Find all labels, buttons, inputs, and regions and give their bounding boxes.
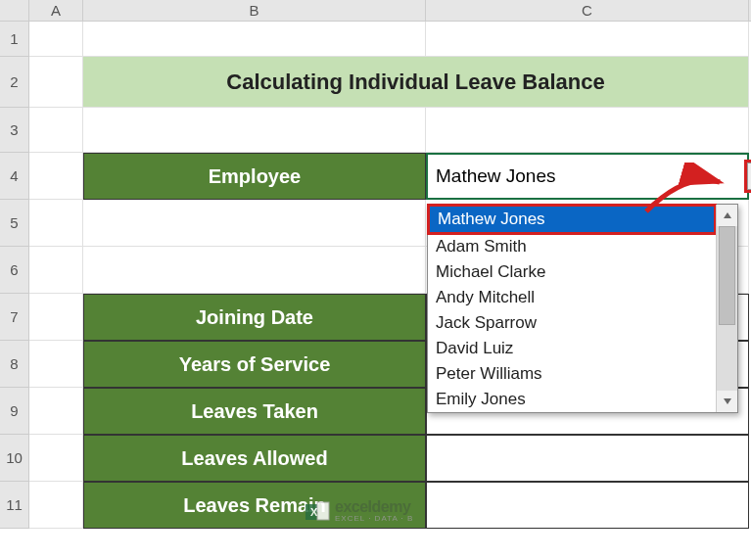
- svg-text:X: X: [310, 506, 318, 518]
- cell-B6[interactable]: [83, 247, 426, 294]
- svg-rect-1: [317, 502, 329, 520]
- employee-label: Employee: [83, 153, 426, 200]
- row-header-8[interactable]: 8: [0, 341, 29, 388]
- row-header-3[interactable]: 3: [0, 108, 29, 153]
- dropdown-item-3[interactable]: Andy Mitchell: [428, 285, 716, 310]
- cell-A9[interactable]: [29, 388, 83, 435]
- scroll-track[interactable]: [717, 226, 737, 391]
- cell-A2[interactable]: [29, 57, 83, 108]
- leaves-allowed-label: Leaves Allowed: [83, 435, 426, 482]
- years-service-label: Years of Service: [83, 341, 426, 388]
- dropdown-item-5[interactable]: David Luiz: [428, 336, 716, 361]
- cell-B1[interactable]: [83, 22, 426, 57]
- dropdown-item-7[interactable]: Emily Jones: [428, 387, 716, 412]
- row-header-6[interactable]: 6: [0, 247, 29, 294]
- dropdown-list: Mathew Jones Adam Smith Michael Clarke A…: [427, 204, 738, 413]
- column-header-row: A B C: [0, 0, 751, 22]
- cell-A3[interactable]: [29, 108, 83, 153]
- column-header-B[interactable]: B: [83, 0, 426, 21]
- row-header-2[interactable]: 2: [0, 57, 29, 108]
- scroll-thumb[interactable]: [719, 226, 735, 325]
- cell-A6[interactable]: [29, 247, 83, 294]
- column-header-A[interactable]: A: [29, 0, 83, 21]
- select-all-corner[interactable]: [0, 0, 29, 21]
- annotation-highlight: [744, 160, 751, 193]
- watermark-icon: X: [304, 500, 331, 522]
- watermark-sub: EXCEL · DATA · B: [335, 515, 413, 523]
- row-header-1[interactable]: 1: [0, 22, 29, 57]
- row-header-5[interactable]: 5: [0, 200, 29, 247]
- row-header-10[interactable]: 10: [0, 435, 29, 482]
- cell-C3[interactable]: [426, 108, 749, 153]
- scroll-down-icon[interactable]: [717, 391, 737, 412]
- cell-A10[interactable]: [29, 435, 83, 482]
- cell-C1[interactable]: [426, 22, 749, 57]
- cell-A5[interactable]: [29, 200, 83, 247]
- dropdown-item-2[interactable]: Michael Clarke: [428, 259, 716, 285]
- joining-date-label: Joining Date: [83, 294, 426, 341]
- annotation-arrow: [636, 163, 734, 221]
- watermark-main: exceldemy: [335, 499, 413, 515]
- cell-A7[interactable]: [29, 294, 83, 341]
- cell-A8[interactable]: [29, 341, 83, 388]
- dropdown-item-1[interactable]: Adam Smith: [428, 234, 716, 259]
- row-header-11[interactable]: 11: [0, 482, 29, 529]
- cell-A1[interactable]: [29, 22, 83, 57]
- dropdown-items: Mathew Jones Adam Smith Michael Clarke A…: [428, 205, 716, 412]
- page-title: Calculating Individual Leave Balance: [83, 57, 749, 108]
- row-header-9[interactable]: 9: [0, 388, 29, 435]
- leaves-allowed-value[interactable]: [426, 435, 749, 482]
- dropdown-item-4[interactable]: Jack Sparrow: [428, 310, 716, 336]
- dropdown-item-6[interactable]: Peter Williams: [428, 361, 716, 387]
- cell-A11[interactable]: [29, 482, 83, 529]
- watermark: X exceldemy EXCEL · DATA · B: [304, 499, 413, 523]
- leaves-remain-value[interactable]: [426, 482, 749, 529]
- cell-B5[interactable]: [83, 200, 426, 247]
- leaves-taken-label: Leaves Taken: [83, 388, 426, 435]
- cell-B3[interactable]: [83, 108, 426, 153]
- column-header-C[interactable]: C: [426, 0, 749, 21]
- row-header-4[interactable]: 4: [0, 153, 29, 200]
- employee-value: Mathew Jones: [436, 165, 556, 187]
- dropdown-scrollbar[interactable]: [716, 205, 737, 412]
- cell-A4[interactable]: [29, 153, 83, 200]
- row-header-7[interactable]: 7: [0, 294, 29, 341]
